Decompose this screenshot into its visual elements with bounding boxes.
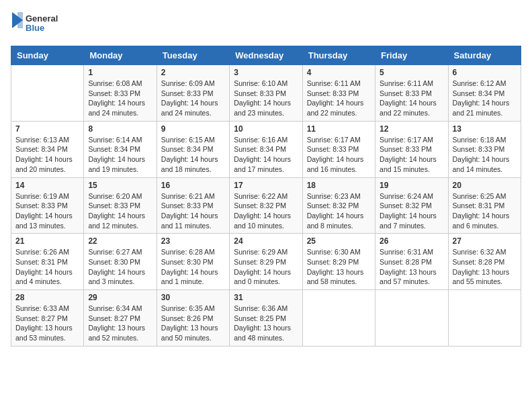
day-info: Sunrise: 6:34 AM Sunset: 8:27 PM Dayligh…: [88, 304, 152, 343]
day-number: 19: [380, 181, 443, 190]
table-cell: 21Sunrise: 6:26 AM Sunset: 8:31 PM Dayli…: [11, 234, 84, 290]
table-cell: 29Sunrise: 6:34 AM Sunset: 8:27 PM Dayli…: [84, 290, 157, 347]
table-cell: [448, 290, 521, 347]
day-number: 24: [234, 236, 298, 246]
day-number: 10: [234, 124, 298, 134]
day-info: Sunrise: 6:16 AM Sunset: 8:34 PM Dayligh…: [234, 135, 298, 175]
table-cell: 11Sunrise: 6:17 AM Sunset: 8:33 PM Dayli…: [302, 121, 375, 177]
day-info: Sunrise: 6:27 AM Sunset: 8:30 PM Dayligh…: [88, 247, 152, 287]
day-number: 27: [453, 236, 517, 246]
header-sunday: Sunday: [11, 46, 84, 65]
day-number: 13: [453, 124, 517, 134]
day-number: 20: [453, 181, 517, 190]
table-cell: 13Sunrise: 6:18 AM Sunset: 8:33 PM Dayli…: [448, 121, 521, 177]
table-cell: 17Sunrise: 6:22 AM Sunset: 8:32 PM Dayli…: [230, 177, 302, 234]
day-number: 2: [161, 68, 225, 77]
table-cell: 27Sunrise: 6:32 AM Sunset: 8:28 PM Dayli…: [448, 234, 521, 290]
day-info: Sunrise: 6:18 AM Sunset: 8:33 PM Dayligh…: [453, 135, 517, 175]
day-number: 29: [88, 293, 152, 302]
header-thursday: Thursday: [302, 46, 375, 65]
table-cell: 23Sunrise: 6:28 AM Sunset: 8:30 PM Dayli…: [157, 234, 229, 290]
table-cell: 31Sunrise: 6:36 AM Sunset: 8:25 PM Dayli…: [230, 290, 302, 347]
day-info: Sunrise: 6:17 AM Sunset: 8:33 PM Dayligh…: [307, 135, 371, 175]
day-info: Sunrise: 6:25 AM Sunset: 8:31 PM Dayligh…: [453, 191, 517, 231]
day-number: 14: [15, 181, 79, 190]
day-number: 22: [88, 236, 152, 246]
table-cell: 2Sunrise: 6:09 AM Sunset: 8:33 PM Daylig…: [157, 65, 229, 122]
table-cell: 10Sunrise: 6:16 AM Sunset: 8:34 PM Dayli…: [230, 121, 302, 177]
day-info: Sunrise: 6:12 AM Sunset: 8:34 PM Dayligh…: [453, 79, 517, 118]
day-number: 23: [161, 236, 225, 246]
day-number: 11: [307, 124, 371, 134]
day-number: 1: [88, 68, 152, 77]
day-info: Sunrise: 6:14 AM Sunset: 8:34 PM Dayligh…: [88, 135, 152, 175]
day-info: Sunrise: 6:11 AM Sunset: 8:33 PM Dayligh…: [307, 79, 371, 118]
day-info: Sunrise: 6:19 AM Sunset: 8:33 PM Dayligh…: [15, 191, 79, 231]
table-cell: 16Sunrise: 6:21 AM Sunset: 8:33 PM Dayli…: [157, 177, 229, 234]
day-number: 6: [453, 68, 517, 77]
day-number: 4: [307, 68, 371, 77]
table-cell: 12Sunrise: 6:17 AM Sunset: 8:33 PM Dayli…: [375, 121, 448, 177]
table-cell: 7Sunrise: 6:13 AM Sunset: 8:34 PM Daylig…: [11, 121, 84, 177]
day-number: 26: [380, 236, 443, 246]
table-cell: 14Sunrise: 6:19 AM Sunset: 8:33 PM Dayli…: [11, 177, 84, 234]
table-cell: 20Sunrise: 6:25 AM Sunset: 8:31 PM Dayli…: [448, 177, 521, 234]
header: General Blue: [11, 11, 521, 38]
day-info: Sunrise: 6:28 AM Sunset: 8:30 PM Dayligh…: [161, 247, 225, 287]
day-info: Sunrise: 6:17 AM Sunset: 8:33 PM Dayligh…: [380, 135, 443, 175]
table-cell: 25Sunrise: 6:30 AM Sunset: 8:29 PM Dayli…: [302, 234, 375, 290]
header-tuesday: Tuesday: [157, 46, 229, 65]
table-cell: [302, 290, 375, 347]
day-number: 8: [88, 124, 152, 134]
day-number: 25: [307, 236, 371, 246]
table-cell: 8Sunrise: 6:14 AM Sunset: 8:34 PM Daylig…: [84, 121, 157, 177]
table-cell: 1Sunrise: 6:08 AM Sunset: 8:33 PM Daylig…: [84, 65, 157, 122]
day-info: Sunrise: 6:24 AM Sunset: 8:32 PM Dayligh…: [380, 191, 443, 231]
day-number: 16: [161, 181, 225, 190]
day-info: Sunrise: 6:15 AM Sunset: 8:34 PM Dayligh…: [161, 135, 225, 175]
day-number: 21: [15, 236, 79, 246]
table-cell: 28Sunrise: 6:33 AM Sunset: 8:27 PM Dayli…: [11, 290, 84, 347]
day-info: Sunrise: 6:35 AM Sunset: 8:26 PM Dayligh…: [161, 304, 225, 343]
table-cell: 5Sunrise: 6:11 AM Sunset: 8:33 PM Daylig…: [375, 65, 448, 122]
table-cell: 22Sunrise: 6:27 AM Sunset: 8:30 PM Dayli…: [84, 234, 157, 290]
day-info: Sunrise: 6:23 AM Sunset: 8:32 PM Dayligh…: [307, 191, 371, 231]
day-info: Sunrise: 6:08 AM Sunset: 8:33 PM Dayligh…: [88, 79, 152, 118]
day-number: 12: [380, 124, 443, 134]
day-number: 30: [161, 293, 225, 302]
header-saturday: Saturday: [448, 46, 521, 65]
table-cell: 19Sunrise: 6:24 AM Sunset: 8:32 PM Dayli…: [375, 177, 448, 234]
week-row-5: 28Sunrise: 6:33 AM Sunset: 8:27 PM Dayli…: [11, 290, 521, 347]
day-info: Sunrise: 6:21 AM Sunset: 8:33 PM Dayligh…: [161, 191, 225, 231]
day-info: Sunrise: 6:33 AM Sunset: 8:27 PM Dayligh…: [15, 304, 79, 343]
week-row-4: 21Sunrise: 6:26 AM Sunset: 8:31 PM Dayli…: [11, 234, 521, 290]
table-cell: 15Sunrise: 6:20 AM Sunset: 8:33 PM Dayli…: [84, 177, 157, 234]
day-info: Sunrise: 6:29 AM Sunset: 8:29 PM Dayligh…: [234, 247, 298, 287]
day-info: Sunrise: 6:31 AM Sunset: 8:28 PM Dayligh…: [380, 247, 443, 287]
table-cell: [11, 65, 84, 122]
table-cell: 4Sunrise: 6:11 AM Sunset: 8:33 PM Daylig…: [302, 65, 375, 122]
day-number: 28: [15, 293, 79, 302]
table-cell: [375, 290, 448, 347]
day-number: 15: [88, 181, 152, 190]
day-info: Sunrise: 6:30 AM Sunset: 8:29 PM Dayligh…: [307, 247, 371, 287]
table-cell: 30Sunrise: 6:35 AM Sunset: 8:26 PM Dayli…: [157, 290, 229, 347]
week-row-2: 7Sunrise: 6:13 AM Sunset: 8:34 PM Daylig…: [11, 121, 521, 177]
week-row-1: 1Sunrise: 6:08 AM Sunset: 8:33 PM Daylig…: [11, 65, 521, 122]
day-info: Sunrise: 6:20 AM Sunset: 8:33 PM Dayligh…: [88, 191, 152, 231]
header-wednesday: Wednesday: [230, 46, 302, 65]
table-cell: 3Sunrise: 6:10 AM Sunset: 8:33 PM Daylig…: [230, 65, 302, 122]
svg-marker-3: [17, 12, 23, 28]
svg-text:General: General: [26, 13, 58, 24]
day-info: Sunrise: 6:11 AM Sunset: 8:33 PM Dayligh…: [380, 79, 443, 118]
table-cell: 6Sunrise: 6:12 AM Sunset: 8:34 PM Daylig…: [448, 65, 521, 122]
table-cell: 9Sunrise: 6:15 AM Sunset: 8:34 PM Daylig…: [157, 121, 229, 177]
day-number: 18: [307, 181, 371, 190]
day-number: 7: [15, 124, 79, 134]
day-number: 3: [234, 68, 298, 77]
logo: General Blue: [11, 11, 64, 38]
day-number: 9: [161, 124, 225, 134]
day-number: 17: [234, 181, 298, 190]
day-number: 31: [234, 293, 298, 302]
day-number: 5: [380, 68, 443, 77]
